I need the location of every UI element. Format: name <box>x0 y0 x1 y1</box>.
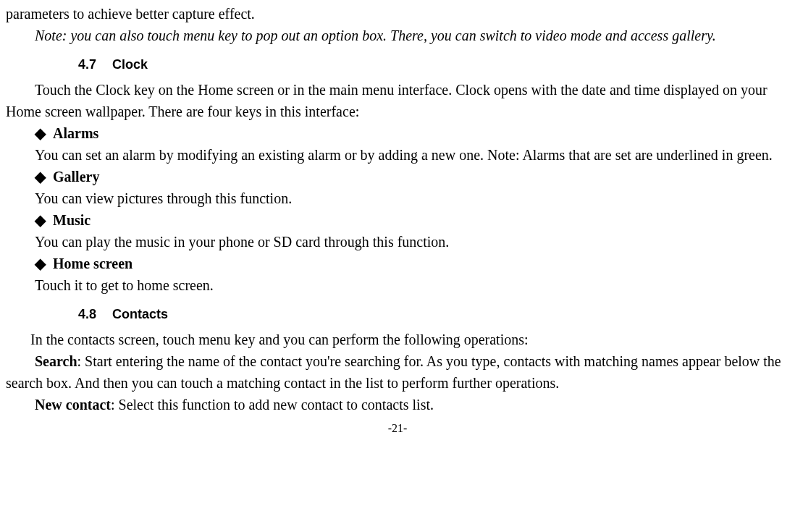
bullet-label: Music <box>53 212 91 228</box>
music-desc: You can play the music in your phone or … <box>6 231 789 253</box>
bullet-label: Home screen <box>53 256 132 271</box>
section-title: Contacts <box>112 307 168 321</box>
contacts-newcontact: New contact: Select this function to add… <box>6 394 789 415</box>
partial-text: parameters to achieve better capture eff… <box>6 3 789 25</box>
bullet-home: ◆Home screen <box>6 253 789 274</box>
contacts-search: Search: Start entering the name of the c… <box>6 350 789 394</box>
home-desc: Touch it to get to home screen. <box>6 274 789 296</box>
bullet-alarms: ◆Alarms <box>6 122 789 144</box>
newcontact-desc: : Select this function to add new contac… <box>111 397 434 413</box>
page-number: -21- <box>6 420 789 437</box>
diamond-icon: ◆ <box>35 253 46 274</box>
bullet-gallery: ◆Gallery <box>6 166 789 187</box>
note-text: Note: you can also touch menu key to pop… <box>6 25 789 46</box>
search-label: Search <box>35 353 77 369</box>
search-desc: : Start entering the name of the contact… <box>6 353 781 391</box>
gallery-desc: You can view pictures through this funct… <box>6 187 789 209</box>
section-title: Clock <box>112 57 148 72</box>
section-number: 4.8 <box>78 305 96 324</box>
bullet-label: Gallery <box>53 169 99 185</box>
bullet-label: Alarms <box>53 125 98 141</box>
section-heading-clock: 4.7Clock <box>78 55 789 75</box>
clock-intro: Touch the Clock key on the Home screen o… <box>6 79 789 122</box>
alarms-desc: You can set an alarm by modifying an exi… <box>6 144 789 166</box>
bullet-music: ◆Music <box>6 209 789 231</box>
diamond-icon: ◆ <box>35 166 46 187</box>
diamond-icon: ◆ <box>35 122 46 144</box>
contacts-intro: In the contacts screen, touch menu key a… <box>6 329 789 350</box>
newcontact-label: New contact <box>35 397 111 413</box>
diamond-icon: ◆ <box>35 209 46 231</box>
section-heading-contacts: 4.8Contacts <box>78 305 789 324</box>
section-number: 4.7 <box>78 55 96 75</box>
